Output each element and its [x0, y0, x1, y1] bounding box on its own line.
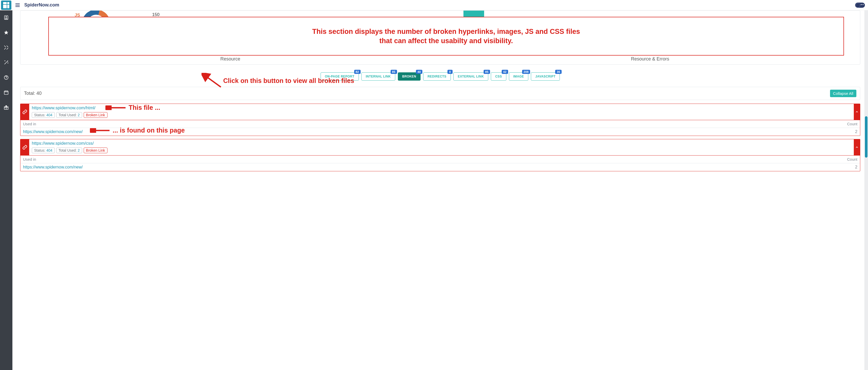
filter-count-badge: 40 [416, 70, 423, 74]
entry-url[interactable]: https://www.spidernow.com/css/ [32, 141, 851, 146]
filter-count-badge: 208 [522, 70, 530, 74]
calendar-icon [4, 90, 9, 95]
wand-icon [4, 60, 9, 65]
help-icon [4, 75, 9, 80]
filter-count-badge: 85 [484, 70, 490, 74]
filter-count-badge: 0 [447, 70, 453, 74]
sidebar-item-magic[interactable] [1, 57, 11, 68]
used-in-header: Used inCount [21, 155, 860, 163]
topbar-left: SpiderNow.com [0, 0, 59, 10]
used-in-row: https://www.spidernow.com/new/2 [21, 128, 860, 136]
resources-chart-card: JS 150 Resource 0 Resou [20, 10, 860, 65]
sidebar-item-tools[interactable] [1, 42, 11, 53]
filter-btn-css[interactable]: CSS42 [491, 72, 506, 81]
filter-btn-javascript[interactable]: Javascript36 [531, 72, 560, 81]
sidebar-item-help[interactable] [1, 72, 11, 83]
link-icon [21, 139, 29, 155]
content-area: JS 150 Resource 0 Resou [12, 10, 868, 370]
used-in-count: 2 [855, 129, 858, 134]
filter-btn-broken[interactable]: Broken40 [398, 72, 421, 81]
link-icon [21, 104, 29, 120]
used-in-count: 2 [855, 165, 858, 169]
menu-button[interactable] [12, 0, 23, 10]
scrollbar-thumb[interactable] [865, 116, 867, 158]
apps-button[interactable] [1, 1, 11, 10]
used-in-page[interactable]: https://www.spidernow.com/new/ [23, 165, 83, 169]
chart-caption-left: Resource [21, 54, 440, 64]
svg-point-7 [5, 61, 5, 61]
annotation-text: that can affect the usabilty and visibil… [379, 36, 513, 45]
filter-btn-on-page-report[interactable]: On-Page Report82 [320, 72, 359, 81]
broken-entry: https://www.spidernow.com/html/Status: 4… [20, 103, 860, 136]
filter-count-badge: 85 [391, 70, 397, 74]
collapse-toggle[interactable] [854, 104, 860, 120]
collapse-all-button[interactable]: Collapse All [830, 90, 857, 97]
broken-entry: https://www.spidernow.com/css/Status: 40… [20, 139, 860, 171]
broken-link-chip: Broken Link [84, 148, 107, 153]
used-in-page[interactable]: https://www.spidernow.com/new/ [23, 129, 83, 134]
broken-entries-list: https://www.spidernow.com/html/Status: 4… [20, 103, 860, 171]
filter-btn-image[interactable]: Image208 [509, 72, 528, 81]
chart-caption-right: Resource & Errors [440, 54, 860, 64]
sidebar [0, 0, 12, 370]
hamburger-icon [15, 2, 21, 8]
collapse-toggle[interactable] [854, 139, 860, 155]
sidebar-item-favorites[interactable] [1, 27, 11, 38]
filter-btn-redirects[interactable]: Redirects0 [423, 72, 451, 81]
svg-point-10 [6, 79, 6, 79]
star-icon [4, 30, 9, 35]
scrollbar[interactable] [864, 10, 868, 370]
filter-count-badge: 36 [555, 70, 562, 74]
gift-icon [4, 105, 9, 110]
sidebar-item-profile[interactable] [1, 12, 11, 23]
total-used-chip: Total Used: 2 [56, 112, 82, 118]
used-in-header: Used inCount [21, 120, 860, 128]
broken-link-chip: Broken Link [84, 112, 107, 118]
filter-count-badge: 42 [502, 70, 508, 74]
filter-bar: On-Page Report82Internal Link85Broken40R… [20, 72, 860, 81]
tools-icon [4, 45, 9, 50]
svg-point-8 [8, 63, 8, 63]
filter-btn-external-link[interactable]: External Link85 [454, 72, 488, 81]
sidebar-item-calendar[interactable] [1, 87, 11, 98]
filter-btn-internal-link[interactable]: Internal Link85 [362, 72, 395, 81]
status-chip: Status: 404 [32, 148, 55, 153]
topbar: SpiderNow.com ✦✦ [0, 0, 868, 10]
total-label: Total: 40 [24, 91, 41, 96]
user-icon [4, 15, 9, 20]
brand-name: SpiderNow.com [24, 2, 59, 8]
moon-stars-icon: ✦✦ [860, 3, 864, 6]
status-chip: Status: 404 [32, 112, 55, 118]
svg-point-6 [7, 61, 8, 61]
svg-marker-5 [4, 30, 8, 35]
entry-url[interactable]: https://www.spidernow.com/html/ [32, 105, 851, 111]
svg-point-4 [6, 16, 7, 18]
axis-tick: 150 [152, 12, 159, 17]
svg-rect-11 [4, 91, 8, 94]
annotation-overlay: This section displays the number of brok… [48, 17, 844, 56]
used-in-row: https://www.spidernow.com/new/2 [21, 163, 860, 171]
apps-icon [3, 2, 9, 8]
total-row: Total: 40 Collapse All [20, 87, 860, 100]
filter-count-badge: 82 [354, 70, 361, 74]
dark-mode-toggle[interactable]: ✦✦ [855, 3, 865, 8]
sidebar-item-gift[interactable] [1, 102, 11, 113]
total-used-chip: Total Used: 2 [56, 148, 82, 153]
annotation-text: This section displays the number of brok… [312, 27, 580, 36]
